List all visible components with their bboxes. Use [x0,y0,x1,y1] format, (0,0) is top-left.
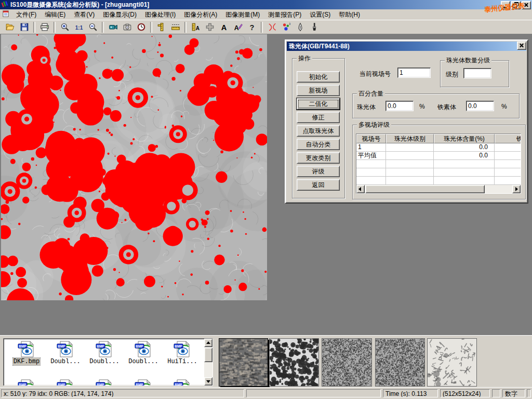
auto-classify-button[interactable]: 自动分类 [297,139,340,150]
file-item[interactable] [86,379,123,386]
file-label[interactable]: Doubl... [128,358,158,365]
file-item[interactable]: HuiTi... [164,341,201,365]
grade-group-label: 珠光体数量分级 [445,57,491,64]
grade-input[interactable] [463,68,491,78]
menu-image-display[interactable]: 图像显示(D) [99,9,141,20]
thumbnail-2[interactable] [269,338,319,387]
percent-group-label: 百分含量 [357,90,385,97]
return-button[interactable]: 返回 [297,179,340,191]
pen-nib-icon[interactable] [293,20,307,34]
file-item[interactable]: DKF.bmp [8,341,45,365]
dialog-close-button[interactable] [517,42,526,50]
col-pearlite-grade[interactable]: 珠光体级别 [386,134,434,143]
menu-image-processing[interactable]: 图像处理(I) [141,9,180,20]
minimize-button[interactable] [501,1,510,9]
zoom-in-icon[interactable] [58,20,72,34]
col-ferrite[interactable]: 铁素体 [495,134,521,143]
file-item[interactable] [125,379,162,386]
insert-text-icon[interactable]: A [217,20,231,34]
application-window: IS100显微摄像系统(金相分析版) - [zhuguangti01] 泰州仪器… [0,0,532,399]
grade-button[interactable]: 评级 [297,166,340,177]
file-item[interactable] [164,379,201,386]
timer-clock-icon[interactable] [134,20,148,34]
bmp-file-icon [174,379,191,386]
pick-pearlite-button[interactable]: 点取珠光体 [297,125,340,137]
file-label[interactable]: Doubl... [50,358,81,365]
scrollbar-thumb[interactable] [365,185,485,193]
cell-grade [386,152,434,160]
col-field-no[interactable]: 视场号 [356,134,386,143]
scroll-up-button[interactable] [204,339,212,347]
svg-text:A: A [195,25,200,31]
operations-group-label: 操作 [297,55,312,62]
menu-help[interactable]: 帮助(H) [335,9,364,20]
menu-measure-report[interactable]: 测量报告(P) [264,9,305,20]
table-header-row: 视场号 珠光体级别 珠光体含量(%) 铁素体 [356,134,521,143]
measure-text-icon[interactable]: A [189,20,203,34]
thumbnail-3[interactable] [322,338,372,387]
menu-settings[interactable]: 设置(S) [305,9,335,20]
file-item[interactable] [8,379,45,386]
menu-edit[interactable]: 编辑(E) [41,9,70,20]
col-pearlite-content[interactable]: 珠光体含量(%) [434,134,495,143]
file-label[interactable]: DKF.bmp [13,358,40,365]
caliper-icon[interactable] [154,20,168,34]
save-floppy-icon[interactable] [17,20,31,34]
change-class-button[interactable]: 更改类别 [297,152,340,164]
menu-image-measure[interactable]: 图像测量(M) [221,9,264,20]
merge-regions-icon[interactable] [203,20,217,34]
restore-button[interactable] [511,1,521,9]
annotate-pencil-icon[interactable]: A [231,20,245,34]
dialog-title-bar[interactable]: 珠光体(GB/T9441-88) [287,42,526,51]
ferrite-percent-input[interactable] [466,101,494,111]
zoom-out-icon[interactable] [86,20,100,34]
print-icon[interactable] [37,20,51,34]
ruler-icon[interactable] [168,20,182,34]
thumbnail-5[interactable] [427,338,477,387]
correct-button[interactable]: 修正 [297,112,340,123]
menu-file[interactable]: 文件(F) [12,9,41,20]
paint-brush-icon[interactable] [307,20,321,34]
open-folder-icon[interactable] [3,20,17,34]
thumbnail-4[interactable] [375,338,425,387]
snapshot-camera-icon[interactable] [120,20,134,34]
cell-grade [386,143,434,152]
table-horizontal-scrollbar[interactable] [356,185,521,193]
scrollbar-thumb[interactable] [204,348,212,362]
file-item[interactable] [47,379,84,386]
menu-view[interactable]: 查看(V) [70,9,99,20]
actual-size-icon[interactable]: 1:1 [72,20,86,34]
close-button[interactable] [522,1,531,9]
help-icon[interactable]: ? [245,20,259,34]
pearlite-percent-input[interactable] [385,101,414,111]
ferrite-label: 铁素体 [437,103,456,112]
classify-points-icon[interactable]: 3 [279,20,293,34]
scroll-left-button[interactable] [356,185,365,193]
video-capture-icon[interactable] [106,20,120,34]
table-row[interactable]: 平均值 0.0 [356,152,521,160]
cell-field-no: 平均值 [356,152,386,160]
thumbnail-1[interactable] [219,338,268,387]
multi-field-group-label: 多视场评级 [357,121,391,128]
ferrite-unit: % [501,103,507,110]
file-label[interactable]: Doubl... [89,358,119,365]
binarize-button[interactable]: 二值化 [297,98,340,110]
metallographic-image[interactable] [1,34,267,300]
bmp-file-icon [135,341,152,357]
menu-image-analysis[interactable]: 图像分析(A) [180,9,221,20]
init-button[interactable]: 初始化 [297,71,340,83]
scroll-right-button[interactable] [512,185,521,193]
scroll-down-button[interactable] [204,377,212,385]
status-bar: x: 510 y: 79 idx: 0 RGB: (174, 174, 174)… [0,387,532,399]
dialog-title: 珠光体(GB/T9441-88) [289,42,350,51]
table-row[interactable]: 1 0.0 [356,143,521,152]
file-item[interactable]: Doubl... [125,341,162,365]
operations-group: 操作 初始化 新视场 二值化 修正 点取珠光体 自动分类 更改类别 评级 返回 [292,58,345,198]
current-field-input[interactable] [397,68,431,78]
file-item[interactable]: Doubl... [86,341,123,365]
file-item[interactable]: Doubl... [47,341,84,365]
spline-curve-icon[interactable] [265,20,279,34]
new-field-button[interactable]: 新视场 [297,85,340,96]
file-label[interactable]: HuiTi... [167,358,197,365]
file-list-scrollbar[interactable] [204,339,212,385]
